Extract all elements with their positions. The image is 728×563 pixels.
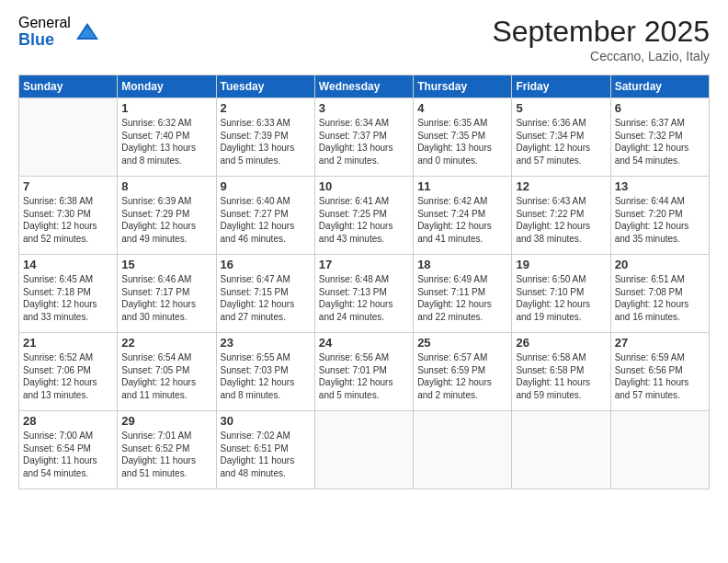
day-info: Sunrise: 6:36 AM Sunset: 7:34 PM Dayligh…: [516, 117, 606, 167]
day-number: 2: [221, 101, 311, 115]
header-thursday: Thursday: [414, 75, 512, 98]
day-number: 7: [23, 179, 113, 193]
table-row: 23Sunrise: 6:55 AM Sunset: 7:03 PM Dayli…: [216, 333, 314, 411]
header-sunday: Sunday: [19, 75, 118, 98]
day-info: Sunrise: 6:46 AM Sunset: 7:17 PM Dayligh…: [121, 273, 211, 323]
day-info: Sunrise: 6:39 AM Sunset: 7:29 PM Dayligh…: [121, 195, 211, 245]
calendar-header-row: Sunday Monday Tuesday Wednesday Thursday…: [19, 75, 710, 98]
day-number: 6: [615, 101, 705, 115]
day-number: 28: [23, 414, 113, 428]
day-info: Sunrise: 6:43 AM Sunset: 7:22 PM Dayligh…: [516, 195, 606, 245]
day-info: Sunrise: 6:42 AM Sunset: 7:24 PM Dayligh…: [417, 195, 507, 245]
day-number: 15: [121, 258, 211, 271]
header-friday: Friday: [512, 75, 610, 98]
table-row: 29Sunrise: 7:01 AM Sunset: 6:52 PM Dayli…: [118, 411, 216, 489]
calendar-week-row: 7Sunrise: 6:38 AM Sunset: 7:30 PM Daylig…: [19, 177, 710, 255]
day-info: Sunrise: 6:33 AM Sunset: 7:39 PM Dayligh…: [221, 117, 311, 167]
day-number: 9: [221, 179, 311, 193]
day-info: Sunrise: 6:54 AM Sunset: 7:05 PM Dayligh…: [121, 351, 211, 401]
header-wednesday: Wednesday: [314, 75, 413, 98]
day-number: 1: [121, 101, 211, 115]
table-row: 11Sunrise: 6:42 AM Sunset: 7:24 PM Dayli…: [414, 177, 512, 255]
table-row: [512, 411, 610, 489]
day-info: Sunrise: 6:55 AM Sunset: 7:03 PM Dayligh…: [221, 351, 311, 401]
day-info: Sunrise: 6:45 AM Sunset: 7:18 PM Dayligh…: [23, 273, 113, 323]
logo-general: General: [18, 15, 71, 31]
table-row: 20Sunrise: 6:51 AM Sunset: 7:08 PM Dayli…: [610, 255, 709, 333]
day-info: Sunrise: 6:32 AM Sunset: 7:40 PM Dayligh…: [121, 117, 211, 167]
table-row: [414, 411, 512, 489]
day-info: Sunrise: 6:49 AM Sunset: 7:11 PM Dayligh…: [417, 273, 507, 323]
day-number: 19: [516, 258, 606, 271]
table-row: 9Sunrise: 6:40 AM Sunset: 7:27 PM Daylig…: [216, 177, 314, 255]
table-row: 13Sunrise: 6:44 AM Sunset: 7:20 PM Dayli…: [610, 177, 709, 255]
logo: General Blue: [18, 15, 100, 49]
day-number: 23: [221, 336, 311, 350]
day-number: 13: [615, 179, 705, 193]
day-info: Sunrise: 6:57 AM Sunset: 6:59 PM Dayligh…: [417, 351, 507, 401]
day-info: Sunrise: 6:51 AM Sunset: 7:08 PM Dayligh…: [615, 273, 705, 323]
table-row: 18Sunrise: 6:49 AM Sunset: 7:11 PM Dayli…: [414, 255, 512, 333]
table-row: 26Sunrise: 6:58 AM Sunset: 6:58 PM Dayli…: [512, 333, 610, 411]
table-row: [19, 98, 118, 177]
day-info: Sunrise: 6:37 AM Sunset: 7:32 PM Dayligh…: [615, 117, 705, 167]
calendar-table: Sunday Monday Tuesday Wednesday Thursday…: [18, 75, 710, 489]
day-info: Sunrise: 7:02 AM Sunset: 6:51 PM Dayligh…: [221, 430, 311, 479]
day-number: 22: [121, 336, 211, 350]
table-row: 25Sunrise: 6:57 AM Sunset: 6:59 PM Dayli…: [414, 333, 512, 411]
table-row: 14Sunrise: 6:45 AM Sunset: 7:18 PM Dayli…: [19, 255, 118, 333]
day-number: 11: [417, 179, 507, 193]
calendar-week-row: 14Sunrise: 6:45 AM Sunset: 7:18 PM Dayli…: [19, 255, 710, 333]
day-info: Sunrise: 6:59 AM Sunset: 6:56 PM Dayligh…: [615, 351, 705, 401]
day-info: Sunrise: 6:41 AM Sunset: 7:25 PM Dayligh…: [319, 195, 409, 245]
day-info: Sunrise: 7:00 AM Sunset: 6:54 PM Dayligh…: [23, 430, 113, 479]
table-row: 8Sunrise: 6:39 AM Sunset: 7:29 PM Daylig…: [118, 177, 216, 255]
month-title: September 2025: [492, 15, 710, 49]
day-number: 12: [516, 179, 606, 193]
table-row: 28Sunrise: 7:00 AM Sunset: 6:54 PM Dayli…: [19, 411, 118, 489]
day-info: Sunrise: 6:44 AM Sunset: 7:20 PM Dayligh…: [615, 195, 705, 245]
location: Ceccano, Lazio, Italy: [492, 49, 710, 63]
day-number: 29: [121, 414, 211, 428]
day-number: 27: [615, 336, 705, 350]
table-row: [314, 411, 413, 489]
day-number: 3: [319, 101, 409, 115]
day-info: Sunrise: 6:56 AM Sunset: 7:01 PM Dayligh…: [319, 351, 409, 401]
logo-blue: Blue: [18, 31, 71, 50]
day-info: Sunrise: 6:47 AM Sunset: 7:15 PM Dayligh…: [221, 273, 311, 323]
day-number: 8: [121, 179, 211, 193]
table-row: 1Sunrise: 6:32 AM Sunset: 7:40 PM Daylig…: [118, 98, 216, 177]
day-info: Sunrise: 6:38 AM Sunset: 7:30 PM Dayligh…: [23, 195, 113, 245]
day-number: 21: [23, 336, 113, 350]
day-number: 18: [417, 258, 507, 271]
day-info: Sunrise: 6:52 AM Sunset: 7:06 PM Dayligh…: [23, 351, 113, 401]
table-row: 3Sunrise: 6:34 AM Sunset: 7:37 PM Daylig…: [314, 98, 413, 177]
table-row: 27Sunrise: 6:59 AM Sunset: 6:56 PM Dayli…: [610, 333, 709, 411]
header-tuesday: Tuesday: [216, 75, 314, 98]
table-row: [610, 411, 709, 489]
day-number: 16: [221, 258, 311, 271]
day-info: Sunrise: 6:35 AM Sunset: 7:35 PM Dayligh…: [417, 117, 507, 167]
day-number: 30: [221, 414, 311, 428]
table-row: 17Sunrise: 6:48 AM Sunset: 7:13 PM Dayli…: [314, 255, 413, 333]
day-info: Sunrise: 7:01 AM Sunset: 6:52 PM Dayligh…: [121, 430, 211, 479]
calendar-week-row: 28Sunrise: 7:00 AM Sunset: 6:54 PM Dayli…: [19, 411, 710, 489]
table-row: 5Sunrise: 6:36 AM Sunset: 7:34 PM Daylig…: [512, 98, 610, 177]
logo-icon: [74, 19, 100, 45]
header-monday: Monday: [118, 75, 216, 98]
table-row: 6Sunrise: 6:37 AM Sunset: 7:32 PM Daylig…: [610, 98, 709, 177]
day-number: 20: [615, 258, 705, 271]
day-info: Sunrise: 6:50 AM Sunset: 7:10 PM Dayligh…: [516, 273, 606, 323]
day-info: Sunrise: 6:40 AM Sunset: 7:27 PM Dayligh…: [221, 195, 311, 245]
table-row: 7Sunrise: 6:38 AM Sunset: 7:30 PM Daylig…: [19, 177, 118, 255]
day-number: 24: [319, 336, 409, 350]
day-number: 4: [417, 101, 507, 115]
header-saturday: Saturday: [610, 75, 709, 98]
header: General Blue September 2025 Ceccano, Laz…: [18, 15, 710, 63]
table-row: 30Sunrise: 7:02 AM Sunset: 6:51 PM Dayli…: [216, 411, 314, 489]
calendar-week-row: 1Sunrise: 6:32 AM Sunset: 7:40 PM Daylig…: [19, 98, 710, 177]
day-info: Sunrise: 6:58 AM Sunset: 6:58 PM Dayligh…: [516, 351, 606, 401]
table-row: 21Sunrise: 6:52 AM Sunset: 7:06 PM Dayli…: [19, 333, 118, 411]
day-info: Sunrise: 6:34 AM Sunset: 7:37 PM Dayligh…: [319, 117, 409, 167]
page-container: General Blue September 2025 Ceccano, Laz…: [0, 0, 728, 499]
